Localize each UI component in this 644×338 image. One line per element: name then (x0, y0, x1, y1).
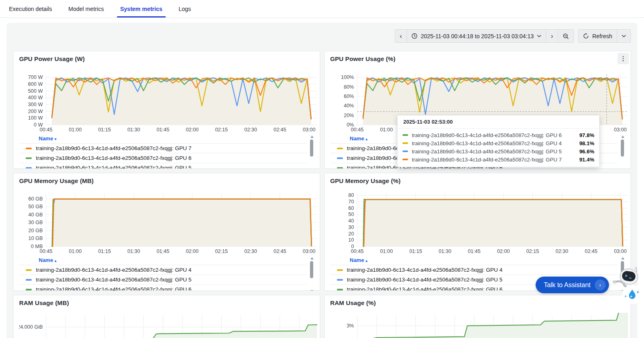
legend-scrollbar[interactable] (620, 135, 625, 169)
svg-text:20 GB: 20 GB (29, 228, 43, 233)
tab-model-metrics[interactable]: Model metrics (68, 0, 104, 17)
legend-series-name: training-2a18b9d0-6c13-4c1d-a4fd-e2506a5… (36, 165, 191, 169)
chart-ram-mb[interactable]: 24.000 GiB (19, 313, 320, 338)
svg-text:03:00: 03:00 (614, 249, 626, 254)
legend-series-name: training-2a18b9d0-6c13-4c1d-a4fd-e2506a5… (36, 286, 191, 291)
tooltip-series-value: 98.1% (579, 140, 594, 146)
panel-title-gpu-mem-mb: GPU Memory Usage (MB) (19, 177, 314, 184)
legend-sort-name[interactable]: Name ▾ (19, 135, 307, 143)
series-color-swatch (402, 142, 408, 144)
svg-text:40%: 40% (343, 103, 354, 109)
svg-text:200 W: 200 W (28, 109, 43, 114)
chevron-right-icon: › (595, 279, 606, 290)
time-toolbar: ‹ 2025-11-03 00:44:18 to 2025-11-03 03:0… (13, 29, 631, 43)
legend-series-name: training-2a18b9d0-6c13-4c1d-a4fd-e2506a5… (36, 277, 191, 283)
legend-row[interactable]: training-2a18b9d0-6c13-4c1d-a4fd-e2506a5… (19, 284, 307, 291)
series-color-swatch (26, 269, 32, 271)
tab-execution-details[interactable]: Execution details (9, 0, 52, 17)
svg-text:02:30: 02:30 (244, 249, 257, 254)
series-color-swatch (337, 269, 343, 271)
legend-row[interactable]: training-2a18b9d0-6c13-4c1d-a4fd-e2506a5… (19, 153, 307, 163)
chevron-down-icon (622, 35, 626, 37)
chart-gpu-mem-mb[interactable]: 0 MB10 GB20 GB30 GB40 GB50 GB60 GB00:450… (19, 191, 320, 255)
scrollbar-thumb[interactable] (310, 140, 313, 157)
time-back-button[interactable]: ‹ (395, 29, 407, 43)
scroll-up-icon[interactable] (310, 257, 314, 259)
legend-series-name: training-2a18b9d0-6c13-4c1d-a4fd-e2506a5… (347, 286, 503, 291)
svg-text:600 W: 600 W (28, 81, 43, 87)
svg-text:20: 20 (348, 231, 354, 237)
svg-text:01:00: 01:00 (69, 127, 81, 133)
svg-text:01:30: 01:30 (127, 127, 140, 133)
time-range-group: ‹ 2025-11-03 00:44:18 to 2025-11-03 03:0… (395, 29, 574, 43)
scroll-down-icon[interactable] (621, 168, 624, 169)
legend-gpu-mem-mb: Name ▴training-2a18b9d0-6c13-4c1d-a4fd-e… (19, 256, 314, 291)
zoom-out-button[interactable] (558, 29, 574, 43)
legend-sort-name[interactable]: Name ▴ (19, 256, 307, 265)
legend-sort-name[interactable]: Name ▴ (330, 256, 618, 265)
tab-logs[interactable]: Logs (179, 0, 191, 17)
svg-text:02:15: 02:15 (215, 127, 228, 133)
svg-text:60 GB: 60 GB (29, 196, 43, 202)
series-color-swatch (26, 167, 32, 169)
panel-ram-pct: RAM Usage (%)3% (324, 295, 631, 338)
tooltip-series-name: training-2a18b9d0-6c13-4c1d-a4fd-e2506a5… (412, 140, 576, 146)
scroll-down-icon[interactable] (310, 290, 314, 291)
legend-scrollbar[interactable] (309, 135, 314, 169)
svg-text:700 W: 700 W (28, 74, 43, 80)
tooltip-row: training-2a18b9d0-6c13-4c1d-a4fd-e2506a5… (402, 147, 594, 155)
svg-text:01:15: 01:15 (98, 249, 111, 254)
chevron-down-icon (537, 35, 541, 37)
svg-text:01:45: 01:45 (156, 127, 169, 133)
tab-system-metrics[interactable]: System metrics (120, 0, 163, 17)
series-color-swatch (337, 289, 343, 290)
scroll-up-icon[interactable] (310, 135, 314, 138)
scroll-down-icon[interactable] (310, 168, 314, 169)
panel-menu-icon[interactable]: ⋮ (618, 53, 629, 64)
svg-text:80: 80 (348, 192, 354, 198)
svg-text:02:45: 02:45 (273, 127, 286, 133)
legend-row[interactable]: training-2a18b9d0-6c13-4c1d-a4fd-e2506a5… (19, 265, 307, 275)
series-color-swatch (402, 159, 408, 160)
svg-text:01:30: 01:30 (127, 249, 140, 254)
series-color-swatch (26, 148, 32, 149)
assistant-mascot[interactable] (609, 265, 644, 306)
svg-text:00:45: 00:45 (40, 127, 52, 133)
legend-name-label: Name (39, 135, 53, 142)
legend-scrollbar[interactable] (309, 256, 314, 291)
tooltip-series-name: training-2a18b9d0-6c13-4c1d-a4fd-e2506a5… (412, 157, 576, 163)
refresh-icon (583, 33, 589, 39)
series-color-swatch (26, 289, 32, 290)
time-range-label: 2025-11-03 00:44:18 to 2025-11-03 03:04:… (421, 33, 534, 39)
legend-row[interactable]: training-2a18b9d0-6c13-4c1d-a4fd-e2506a5… (330, 265, 618, 275)
chart-gpu-mem-pct[interactable]: 0102030405060708000:4501:0001:1501:3001:… (330, 191, 631, 255)
chart-gpu-power-w[interactable]: 0 W100 W200 W300 W400 W500 W600 W700 W00… (19, 72, 320, 134)
legend-row[interactable]: training-2a18b9d0-6c13-4c1d-a4fd-e2506a5… (19, 163, 307, 169)
svg-text:03:00: 03:00 (303, 249, 315, 254)
panel-title-gpu-power-w: GPU Power Usage (W) (19, 55, 314, 62)
time-forward-button[interactable]: › (546, 29, 558, 43)
refresh-group: Refresh (578, 29, 631, 43)
svg-text:01:00: 01:00 (69, 249, 81, 254)
svg-text:30 GB: 30 GB (29, 220, 43, 225)
legend-row[interactable]: training-2a18b9d0-6c13-4c1d-a4fd-e2506a5… (19, 143, 307, 153)
scrollbar-thumb[interactable] (621, 140, 624, 157)
refresh-button[interactable]: Refresh (578, 29, 617, 43)
legend-name-label: Name (350, 135, 364, 142)
time-range-button[interactable]: 2025-11-03 00:44:18 to 2025-11-03 03:04:… (407, 29, 546, 43)
talk-to-assistant-button[interactable]: Talk to Assistant › (536, 277, 609, 293)
refresh-interval-button[interactable] (617, 29, 631, 43)
sort-desc-icon: ▾ (55, 137, 57, 141)
svg-text:00:45: 00:45 (40, 249, 52, 254)
svg-text:70: 70 (348, 199, 354, 205)
svg-text:60%: 60% (343, 94, 354, 99)
chart-ram-pct[interactable]: 3% (330, 313, 631, 338)
scroll-up-icon[interactable] (621, 257, 624, 259)
svg-text:80%: 80% (343, 84, 354, 90)
scrollbar-thumb[interactable] (310, 261, 313, 278)
legend-row[interactable]: training-2a18b9d0-6c13-4c1d-a4fd-e2506a5… (19, 275, 307, 284)
svg-text:300 W: 300 W (28, 102, 43, 107)
series-color-swatch (26, 157, 32, 159)
svg-text:02:00: 02:00 (186, 249, 198, 254)
scroll-up-icon[interactable] (621, 135, 624, 138)
